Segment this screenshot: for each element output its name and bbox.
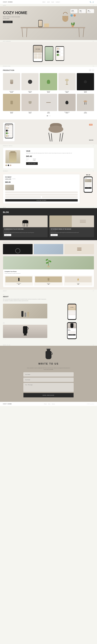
sprod-item-3: Plant $32 xyxy=(6,132,12,134)
pd-phone-field-3 xyxy=(68,333,76,334)
write-message-textarea[interactable] xyxy=(24,383,73,392)
plant-pot xyxy=(72,25,74,27)
tab-paypal[interactable]: PAYPAL xyxy=(12,178,16,180)
pd-next-button[interactable]: → xyxy=(5,339,6,340)
gallery-item-table[interactable] xyxy=(34,244,63,254)
blog-post-desc-1: Discover how to bring minimalist Scandin… xyxy=(4,232,46,233)
footer-brand: COZY HOME xyxy=(3,404,12,404)
sprod-info-3: Plant $32 xyxy=(8,133,12,134)
about-phone-screen: COZY HOME xyxy=(68,304,76,319)
product-item-vase[interactable]: Vase Classic $24.00 xyxy=(3,73,20,93)
room-card-title: Complete Your Room xyxy=(5,271,92,272)
color-option-2[interactable] xyxy=(8,164,9,166)
pitcher-shape xyxy=(22,326,28,336)
nav-blog[interactable]: BLOG xyxy=(51,2,54,2)
room-plant xyxy=(46,258,51,267)
write-email-input[interactable] xyxy=(24,378,73,382)
blog-card-2: TOP INTERIOR TRENDS OF THE SEASON 08 Mar… xyxy=(49,216,94,237)
chair-leg-2 xyxy=(61,133,63,142)
blog-post-desc-2: Explore the latest trends in interior de… xyxy=(51,232,93,233)
product-item-plant[interactable]: Plant Pot $32.00 xyxy=(40,73,57,93)
grid-view-button[interactable]: ⊞ xyxy=(89,69,91,71)
stat-1-label: Products xyxy=(71,11,77,12)
product-item-lamp[interactable]: Floor Lamp $89.00 xyxy=(58,73,76,93)
dot-3[interactable] xyxy=(50,116,50,116)
nav-contact[interactable]: CONTACT xyxy=(56,2,60,2)
card-name-field[interactable] xyxy=(5,192,78,193)
about-phone-line-1 xyxy=(68,311,75,312)
product-price-lamp: $89.00 xyxy=(58,92,76,93)
color-option-1[interactable] xyxy=(6,164,7,166)
blog-read-more-1[interactable]: Read more xyxy=(4,234,11,236)
payment-submit-button[interactable]: CONFIRM PAYMENT xyxy=(5,199,78,202)
payment-section: PAYMENT CREDIT CARD PAYPAL $83.00 CONFIR… xyxy=(0,172,97,206)
footer: COZY HOME Privacy Terms Sitemap © 2024 C… xyxy=(0,402,97,406)
dot-2[interactable] xyxy=(48,116,49,116)
pd-phone-field-1 xyxy=(68,331,76,332)
blog-card-body-2: TOP INTERIOR TRENDS OF THE SEASON 08 Mar… xyxy=(49,227,94,237)
product-item-pendant[interactable]: Pendant $54.00 xyxy=(77,73,94,93)
payment-phone-content: Payment PAY xyxy=(84,177,92,189)
search-icon[interactable]: 🔍 xyxy=(90,1,91,3)
pd-prev-button[interactable]: ← xyxy=(3,339,4,340)
gallery-section: COLLECTION xyxy=(0,240,97,256)
hero-section-label: HERO 01 xyxy=(0,4,97,6)
nav-shop[interactable]: SHOP xyxy=(47,2,50,2)
plant-shape xyxy=(47,80,50,84)
gallery-grid xyxy=(3,244,94,254)
product-item-shelf[interactable]: Shelf $45.00 xyxy=(40,94,57,114)
room-item-2[interactable]: Vase Set $28 xyxy=(34,276,63,286)
write-name-input[interactable] xyxy=(24,372,73,376)
product-item-hlamp[interactable]: Hanging Lamp $67.00 xyxy=(58,94,76,114)
expiry-field[interactable] xyxy=(5,196,41,198)
gallery-item-tools[interactable] xyxy=(64,244,94,254)
room-item-img-2 xyxy=(35,276,62,282)
dot-1[interactable] xyxy=(47,116,48,116)
add-to-cart-button[interactable]: ADD TO CART xyxy=(26,162,38,165)
nav-about[interactable]: ABOUT xyxy=(42,2,46,2)
vase-handle xyxy=(51,352,53,355)
list-view-button[interactable]: ≡ xyxy=(92,69,94,71)
about-description: We are passionate about bringing beautif… xyxy=(3,298,47,302)
stat-card-1: 1.2k Products xyxy=(70,9,77,13)
product-item-plate[interactable]: Dark Plate $18.00 xyxy=(21,73,39,93)
sprod-price-2: $18 xyxy=(8,130,12,131)
cvv-field[interactable] xyxy=(42,196,78,198)
lamp-base xyxy=(67,81,67,84)
gallery-item-lamp[interactable] xyxy=(3,244,33,254)
cart-icon[interactable]: 🛒 xyxy=(92,1,94,3)
write-label-text: WRITE TO US xyxy=(3,344,10,346)
tab-credit-card[interactable]: CREDIT CARD xyxy=(5,178,11,180)
blog-read-more-2[interactable]: Read more xyxy=(51,234,58,236)
product-item-pot[interactable]: Gray Pot $16.00 xyxy=(21,94,39,114)
payment-card-visual xyxy=(5,185,14,190)
footer-privacy[interactable]: Privacy xyxy=(44,404,47,404)
product-price-shelf: $45.00 xyxy=(40,112,57,114)
room-item-price-1: $34 xyxy=(6,284,32,285)
product-item-vase2[interactable]: Vase Set $28.00 xyxy=(3,94,20,114)
room-item-3[interactable]: Candle $18 xyxy=(64,276,92,286)
vase-price: $65.40 xyxy=(26,155,91,157)
hero-right-panel: 1.2k Products 4.8 Rating AT Location xyxy=(70,9,94,16)
write-submit-button[interactable]: SEND MESSAGE xyxy=(24,393,73,397)
pd-number: 02 xyxy=(3,322,47,324)
app-label-text: APP SCREENS xyxy=(3,41,11,42)
plant-stem xyxy=(48,260,49,266)
footer-sitemap[interactable]: Sitemap xyxy=(52,404,55,404)
hero-cta-button[interactable]: SHOP NOW xyxy=(3,21,13,23)
table-leg-3 xyxy=(83,28,84,37)
phone-submit-btn: PAY xyxy=(85,187,91,189)
payment-fields-row-2 xyxy=(5,194,78,196)
room-item-1[interactable]: Plant Stand $34 xyxy=(5,276,33,286)
payment-phone-card xyxy=(85,179,91,182)
about-columns: COZY HOME xyxy=(3,304,94,320)
footer-terms[interactable]: Terms xyxy=(48,404,50,404)
payment-phone-amount: $63.40 xyxy=(86,174,90,176)
brand-logo[interactable]: COZY HOME xyxy=(3,1,13,3)
table-leg-4 xyxy=(78,28,79,37)
product-item-chair[interactable]: Chair $120.00 xyxy=(77,94,94,114)
color-option-3[interactable] xyxy=(10,164,11,166)
card-number-field[interactable] xyxy=(5,194,78,196)
about-right-col: COZY HOME xyxy=(50,304,94,320)
about-title: ABOUT xyxy=(3,296,94,298)
